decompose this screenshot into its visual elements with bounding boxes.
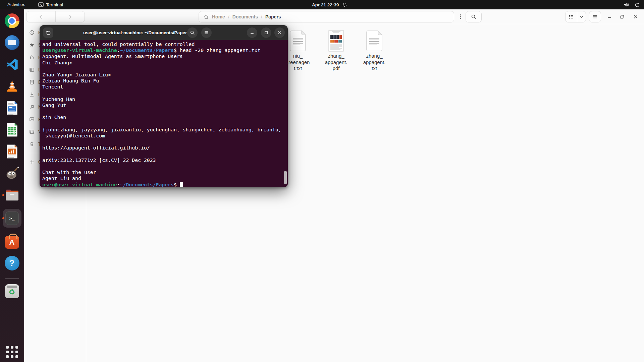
terminal-line: AppAgent: Multimodal Agents as Smartphon…	[42, 53, 286, 59]
terminal-line: Agent Liu and	[42, 175, 286, 181]
focused-app-name: Terminal	[46, 2, 63, 7]
dock-item-thunderbird[interactable]	[3, 35, 21, 51]
power-icon	[635, 2, 640, 7]
text-file-icon	[289, 26, 307, 52]
terminal-dock-icon: >_	[5, 212, 19, 225]
bell-icon	[342, 2, 347, 7]
downloads-icon	[29, 92, 35, 97]
file-zhang_appagent.pdf[interactable]: zhang_ appagent. pdf	[317, 26, 355, 72]
trash-dock-icon: ♻	[5, 284, 19, 298]
file-grid: niu_ creenagen t.txtzhang_ appagent. pdf…	[279, 26, 393, 72]
dock-item-vscode[interactable]	[3, 56, 21, 72]
hamburger-icon	[204, 30, 209, 35]
ubuntu-software-icon: A	[5, 236, 19, 249]
terminal-line	[42, 66, 286, 72]
vscode-icon	[5, 57, 19, 71]
desktop-icon	[29, 67, 35, 72]
dock-item-help[interactable]: ?	[3, 255, 21, 271]
libreoffice-impress-icon	[5, 144, 19, 159]
terminal-line: and universal tool, could potentially be…	[42, 41, 286, 47]
recent-icon	[29, 30, 35, 35]
terminal-output: and universal tool, could potentially be…	[42, 41, 286, 187]
breadcrumb-separator: /	[261, 14, 262, 19]
terminal-menu-button[interactable]	[201, 27, 212, 38]
running-indicator	[2, 194, 4, 196]
minimize-icon	[250, 30, 255, 35]
file-zhang_appagent.txt[interactable]: zhang_ appagent. txt	[355, 26, 393, 72]
dock: >_ A ? ♻	[0, 9, 24, 362]
home-icon	[204, 14, 209, 19]
search-icon	[190, 30, 195, 35]
dock-item-trash[interactable]: ♻	[3, 283, 21, 299]
clock-menu[interactable]: Apr 21 22:39	[312, 0, 347, 9]
dock-item-gimp[interactable]	[3, 165, 21, 181]
dock-item-libreoffice-writer[interactable]	[3, 100, 21, 116]
terminal-line: Zhao Yang∗ Jiaxuan Liu∗	[42, 72, 286, 78]
maximize-button[interactable]	[618, 12, 627, 21]
libreoffice-writer-icon	[5, 101, 19, 115]
terminal-line: Chat with the user	[42, 169, 286, 175]
show-applications-button[interactable]	[6, 346, 18, 358]
thunderbird-icon	[5, 35, 19, 50]
dock-item-libreoffice-calc[interactable]	[3, 122, 21, 138]
forward-button[interactable]	[56, 11, 85, 22]
terminal-line	[42, 163, 286, 169]
kebab-icon	[460, 14, 461, 19]
back-button[interactable]	[26, 11, 56, 22]
pictures-icon	[29, 117, 35, 122]
terminal-window: user@user-virtual-machine: ~/Documents/P…	[40, 25, 288, 187]
breadcrumb-documents[interactable]: Documents	[232, 14, 258, 19]
minimize-button[interactable]	[605, 12, 614, 21]
main-menu-button[interactable]	[589, 11, 601, 22]
path-menu-button[interactable]	[456, 11, 465, 22]
file-label: niu_ creenagen t.txt	[286, 53, 310, 72]
chrome-icon	[5, 13, 19, 28]
file-label: zhang_ appagent. txt	[363, 53, 386, 72]
search-icon	[471, 14, 476, 19]
dock-item-chrome[interactable]	[3, 13, 21, 29]
volume-icon	[624, 2, 629, 7]
home-icon	[29, 55, 35, 60]
system-status-area[interactable]	[624, 0, 640, 9]
view-options-button[interactable]	[577, 11, 586, 22]
music-icon	[29, 104, 35, 110]
terminal-minimize-button[interactable]	[247, 27, 257, 38]
new-tab-button[interactable]	[43, 27, 53, 38]
terminal-line: Chi Zhang∗	[42, 60, 286, 66]
dock-item-libreoffice-impress[interactable]	[3, 143, 21, 160]
list-view-icon	[569, 14, 574, 19]
activities-button[interactable]: Activities	[5, 0, 28, 9]
terminal-line: Gang Yu†	[42, 102, 286, 108]
terminal-line: user@user-virtual-machine:~/Documents/Pa…	[42, 182, 286, 187]
running-indicator	[2, 217, 4, 219]
gimp-icon	[5, 166, 19, 180]
dock-item-ubuntu-software[interactable]: A	[3, 233, 21, 249]
terminal-header[interactable]: user@user-virtual-machine: ~/Documents/P…	[40, 25, 288, 40]
top-bar: Activities Terminal Apr 21 22:39	[0, 0, 644, 9]
terminal-line	[42, 121, 286, 127]
terminal-close-button[interactable]	[274, 27, 285, 38]
terminal-line: Yucheng Han	[42, 96, 286, 102]
file-label: zhang_ appagent. pdf	[325, 53, 347, 72]
list-view-button[interactable]	[566, 11, 577, 22]
chevron-down-icon	[579, 14, 584, 19]
terminal-scrollbar[interactable]	[284, 171, 287, 184]
terminal-body[interactable]: and universal tool, could potentially be…	[40, 40, 288, 187]
dock-item-vlc[interactable]	[3, 78, 21, 94]
breadcrumb-home[interactable]: Home	[212, 14, 225, 19]
dock-item-terminal[interactable]: >_	[3, 209, 21, 228]
terminal-cursor	[180, 182, 183, 187]
breadcrumb: Home / Documents / Papers	[199, 11, 454, 22]
terminal-search-button[interactable]	[187, 27, 198, 38]
focused-app-indicator[interactable]: Terminal	[38, 0, 63, 9]
dock-item-files[interactable]	[3, 187, 21, 203]
search-button[interactable]	[466, 11, 482, 22]
terminal-line: https://appagent-official.github.io/	[42, 145, 286, 151]
close-icon	[277, 30, 282, 35]
trash-icon	[29, 141, 35, 147]
documents-icon	[29, 79, 35, 85]
terminal-maximize-button[interactable]	[261, 27, 271, 38]
breadcrumb-papers[interactable]: Papers	[265, 14, 281, 19]
close-button[interactable]	[631, 12, 640, 21]
libreoffice-calc-icon	[5, 122, 19, 137]
